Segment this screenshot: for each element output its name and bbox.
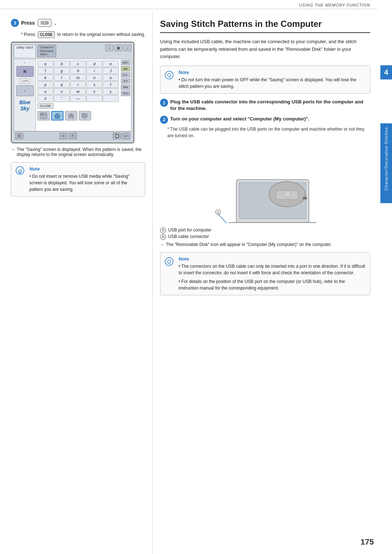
arrow-note-saving: → The "Saving" screen is displayed. When… (11, 147, 145, 157)
note-box-left: Q Note • Do not insert or remove USB med… (11, 162, 145, 197)
left-icon-n: N (16, 66, 34, 77)
usb-diagram-container: ① ② (160, 143, 370, 223)
arrow-note-text: The "Saving" screen is displayed. When t… (17, 147, 145, 157)
step1-row: 1 Plug the USB cable connector into the … (160, 99, 370, 112)
step2-row: 2 Turn on your computer and select "Comp… (160, 116, 370, 124)
char-m: m (70, 74, 86, 81)
note-icon-left: Q (16, 166, 26, 177)
svg-rect-0 (41, 21, 48, 24)
nav-arrows: ↕ (24, 61, 26, 64)
usb-diagram-svg: ① ② (207, 143, 323, 223)
footer-icon-thread: ✂ (60, 133, 68, 139)
asterisk: * (21, 32, 24, 37)
arrow-note-disk: → The "Removable Disk" icon will appear … (160, 242, 370, 247)
screen-tab-icons: ⌂ ▦ ⌂ (105, 45, 131, 57)
footer-center-icons: ✂ ? (60, 133, 77, 139)
char-o: o (103, 74, 119, 81)
svg-rect-10 (82, 114, 87, 117)
char-dash: — (70, 95, 86, 102)
step2-content: Turn on your computer and select "Comput… (170, 116, 370, 122)
svg-rect-8 (41, 113, 43, 115)
screen-close-btn[interactable]: CLOSE (37, 103, 54, 109)
char-grid: α b c d e f g h i J k l m (37, 61, 119, 102)
char-j: J (103, 67, 119, 74)
side-btn-ooo: ÖÖö (121, 91, 130, 96)
usb-label-1-text: USB port for computer (168, 227, 211, 233)
press-label-2: Press (24, 32, 35, 37)
chapter-tab: Character/Decorative Stitches (380, 123, 392, 203)
char-y: y (103, 88, 119, 95)
step3-row: 3 Press . (11, 19, 145, 27)
svg-text:①: ① (217, 211, 220, 214)
char-i: i (86, 67, 102, 74)
note-title-right1: Note (179, 70, 366, 75)
char-r: r (70, 81, 86, 88)
usb-label-2: ② USB cable connector (160, 234, 370, 240)
svg-rect-21 (229, 222, 316, 223)
icon-grid: ▦ (114, 45, 122, 51)
char-u: u (37, 88, 53, 95)
note-title-right2: Note (179, 256, 366, 262)
percent-badge: 100% (20, 79, 30, 83)
usb-labels: ① USB port for computer ② USB cable conn… (160, 227, 370, 240)
footer-right-icons: 🔲 ↩ (113, 133, 130, 139)
svg-text:Q: Q (18, 169, 22, 175)
icon-home: ⌂ (105, 45, 113, 51)
char-d: d (86, 61, 102, 67)
svg-text:Q: Q (167, 259, 171, 264)
char-s: s (86, 81, 102, 88)
screen-main: ↕ N 100% ↓ BlueSky α b c (14, 59, 131, 131)
chapter-tab-label: Character/Decorative Stitches (384, 127, 388, 190)
screen-mockup: Utility Stitch Character/DecorativeStitc… (11, 42, 134, 143)
svg-rect-5 (48, 22, 49, 24)
right-column: Saving Stitch Patterns in the Computer U… (152, 12, 377, 554)
char-x: x (86, 88, 102, 95)
step1-title: Plug the USB cable connector into the co… (170, 99, 363, 111)
close-note-text: to return to the original screen without… (57, 32, 145, 37)
usb-label-2-text: USB cable connector (168, 234, 209, 239)
arrow-sym-disk: → (160, 242, 164, 247)
step2-circle: 2 (160, 116, 168, 124)
svg-rect-2 (45, 22, 47, 24)
note-content-right2: Note • The connectors on the USB cable c… (179, 256, 366, 291)
side-btn-sym: &?! (121, 78, 130, 84)
screen-close-row: CLOSE (37, 103, 119, 109)
nav-icon-3 (65, 111, 77, 120)
svg-rect-31 (303, 197, 307, 199)
left-column: 3 Press . * Press (0, 12, 152, 554)
page-header: USING THE MEMORY FUNCTION (0, 0, 377, 9)
usb-key-icon (38, 19, 52, 27)
tab-utility: Utility Stitch (14, 45, 36, 57)
arrow-symbol: → (11, 147, 15, 152)
usb-circle-1: ① (160, 227, 166, 233)
note-title-left: Note (29, 166, 140, 172)
note-box-right1: Q Note • Do not turn the main power to O… (160, 66, 370, 94)
char-apos: ʼ (54, 95, 70, 102)
char-p: p (37, 81, 53, 88)
char-l: l (54, 74, 70, 81)
note-text-right2a: • The connectors on the USB cable can on… (179, 263, 366, 276)
icon-house2: ⌂ (123, 45, 131, 51)
char-e: e (103, 61, 119, 67)
char-h: h (70, 67, 86, 74)
step2-subnote: The USB cable can be plugged into the US… (167, 126, 370, 139)
note-content-left: Note • Do not insert or remove USB media… (29, 166, 140, 193)
screen-nav-icons (37, 111, 119, 120)
char-n: n (86, 74, 102, 81)
screen-footer: ☰ ✂ ? 🔲 ↩ (14, 131, 131, 140)
char-t: t (103, 81, 119, 88)
close-key-button: CLOSE (38, 31, 54, 38)
char-c: c (70, 61, 86, 67)
svg-rect-1 (42, 22, 44, 24)
chapter-title: USING THE MEMORY FUNCTION (299, 3, 370, 7)
left-icon-down: ↓ (16, 85, 34, 96)
side-btn-aaa: ÄÅa (121, 85, 130, 90)
svg-text:Q: Q (167, 72, 171, 78)
note-text-right1: • Do not turn the main power to OFF whil… (179, 77, 366, 90)
nav-icon-1 (37, 111, 50, 120)
footer-icon-question: ? (69, 133, 77, 139)
page-container: USING THE MEMORY FUNCTION 4 Character/De… (0, 0, 392, 554)
tab-character: Character/DecorativeStitch (37, 45, 56, 57)
step1-circle: 1 (160, 99, 168, 107)
press-label: Press (21, 20, 35, 26)
